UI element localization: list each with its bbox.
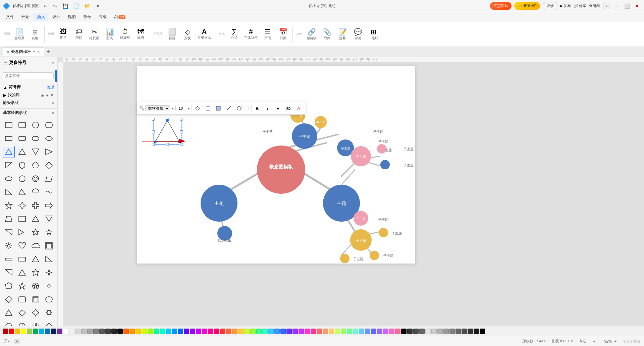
shape-item-circle3[interactable] — [30, 173, 42, 185]
shape-item-4star[interactable] — [43, 267, 55, 279]
menu-item-symbol[interactable]: 符号 — [80, 13, 95, 21]
restore-button[interactable]: ⬜ — [623, 2, 631, 10]
color-swatch[interactable] — [389, 329, 394, 334]
help-button[interactable]: ? — [603, 3, 610, 9]
font-size-input[interactable] — [175, 106, 186, 111]
color-swatch[interactable] — [69, 329, 74, 334]
shape-item-rounded-rect[interactable] — [43, 119, 55, 131]
color-swatch[interactable] — [262, 329, 268, 334]
toolbar-qrcode[interactable]: ⊞ 二维码 — [366, 26, 381, 42]
shape-item-rect4[interactable] — [16, 132, 28, 145]
shape-item-star7[interactable] — [30, 267, 42, 279]
color-swatch[interactable] — [39, 329, 44, 334]
font-dropdown-icon[interactable]: ▼ — [171, 107, 174, 110]
shape-item-diamond2[interactable] — [3, 293, 15, 305]
menu-item-insert[interactable]: 插入 — [34, 13, 48, 21]
shape-item-rect7[interactable] — [16, 213, 28, 225]
toolbar-map[interactable]: 🗺 地图 — [133, 26, 148, 42]
color-swatch[interactable] — [256, 329, 262, 334]
color-swatch[interactable] — [142, 329, 147, 334]
toolbar-comment[interactable]: 💬 评论 — [351, 26, 365, 42]
undo-button[interactable]: ↩ — [42, 3, 49, 9]
color-swatch[interactable] — [359, 329, 364, 334]
color-swatch[interactable] — [148, 329, 153, 334]
toolbar-timeline[interactable]: ⏱ 时间线 — [118, 26, 132, 42]
vip-button[interactable]: 👑 开通VIP — [514, 2, 540, 10]
shape-item-star8[interactable] — [30, 307, 42, 319]
color-swatch[interactable] — [202, 329, 207, 334]
shape-item-triangle13[interactable] — [3, 267, 15, 279]
color-swatch[interactable] — [93, 329, 99, 334]
color-swatch[interactable] — [353, 329, 358, 334]
shape-item-pentagon2[interactable] — [3, 280, 15, 292]
canvas-page[interactable]: 概念图模板 主题 主题 子主题 子主题 子主题 子主题 — [137, 66, 415, 264]
color-swatch[interactable] — [335, 329, 340, 334]
shape-item-6star[interactable] — [16, 280, 28, 292]
color-swatch[interactable] — [431, 329, 437, 334]
shape-item-triangle9[interactable] — [3, 226, 15, 238]
align-button[interactable]: ≡ — [273, 104, 283, 113]
toolbar-formula[interactable]: ∑ 公式 — [227, 26, 241, 42]
toolbar-image[interactable]: 🖼 图片 — [56, 26, 71, 42]
color-swatch[interactable] — [214, 329, 219, 334]
color-swatch[interactable] — [208, 329, 213, 334]
shape-item-triangle7[interactable] — [30, 213, 42, 225]
shape-item-triangle11[interactable] — [30, 253, 42, 265]
color-swatch[interactable] — [468, 329, 473, 334]
color-swatch[interactable] — [21, 329, 26, 334]
save-button[interactable]: 💾 — [61, 3, 69, 9]
color-swatch[interactable] — [178, 329, 183, 334]
color-swatch[interactable] — [9, 329, 14, 334]
shape-item-right-triangle[interactable] — [3, 186, 15, 198]
shape-item-oval[interactable] — [3, 173, 15, 185]
color-swatch[interactable] — [323, 329, 328, 334]
color-swatch[interactable] — [190, 329, 195, 334]
shape-item-circle-star[interactable] — [30, 280, 42, 292]
toolbar-attachment[interactable]: 📎 附件 — [320, 26, 334, 42]
toolbar-chart[interactable]: 📊 图表 — [102, 26, 117, 42]
color-swatch[interactable] — [111, 329, 117, 334]
shape-item-rect3[interactable] — [3, 132, 15, 145]
color-swatch[interactable] — [280, 329, 286, 334]
underline-button[interactable]: ab — [284, 104, 293, 113]
shape-item-rect8[interactable] — [16, 253, 28, 265]
shape-item-heart[interactable] — [16, 240, 28, 252]
shape-item-triangle3[interactable] — [30, 146, 42, 158]
color-swatch[interactable] — [407, 329, 413, 334]
color-swatch[interactable] — [286, 329, 292, 334]
new-button[interactable]: 📄 — [72, 3, 80, 9]
color-swatch[interactable] — [232, 329, 237, 334]
shape-item-triangle2[interactable] — [16, 146, 28, 158]
shape-item-trapezoid[interactable] — [3, 213, 15, 225]
color-swatch[interactable] — [184, 329, 189, 334]
more-options-button[interactable]: ▼ — [94, 3, 102, 9]
color-swatch[interactable] — [15, 329, 20, 334]
toolbar-table[interactable]: ⊞ 表格 — [28, 26, 42, 42]
color-swatch[interactable] — [341, 329, 346, 334]
menu-item-start[interactable]: 开始 — [18, 13, 33, 21]
shape-item-star-circle[interactable] — [16, 320, 28, 326]
color-swatch[interactable] — [117, 329, 123, 334]
replace-button[interactable] — [234, 104, 244, 113]
shape-item-gear[interactable] — [43, 280, 55, 292]
add-page-button[interactable]: + — [14, 339, 20, 344]
toolbar-shape[interactable]: ◇ 形状 — [180, 26, 195, 42]
shape-item-diamond[interactable] — [43, 159, 55, 171]
shape-item-triangle5[interactable] — [3, 159, 15, 171]
toolbar-page-num[interactable]: ☰ 页码 — [260, 26, 275, 42]
canvas-area[interactable]: -90-80-70-60-50-40-30-20-100102030405060… — [58, 57, 644, 326]
shape-item-rect5[interactable] — [30, 132, 42, 145]
search-input[interactable] — [3, 72, 54, 79]
shape-item-triangle1[interactable] — [3, 146, 15, 158]
color-swatch[interactable] — [136, 329, 141, 334]
shape-item-wave[interactable] — [43, 186, 55, 198]
shape-item-hexagon[interactable] — [16, 159, 28, 171]
color-swatch[interactable] — [57, 329, 62, 334]
shape-item-starburst2[interactable] — [43, 307, 55, 319]
zoom-reset-button[interactable]: ○ — [598, 339, 603, 343]
color-swatch[interactable] — [401, 329, 407, 334]
text-color-button[interactable]: A — [294, 104, 304, 113]
specialist-button[interactable]: 专注 — [579, 339, 586, 344]
menu-item-file[interactable]: 文件 — [3, 13, 17, 21]
shape-item-rect9[interactable] — [16, 293, 28, 305]
